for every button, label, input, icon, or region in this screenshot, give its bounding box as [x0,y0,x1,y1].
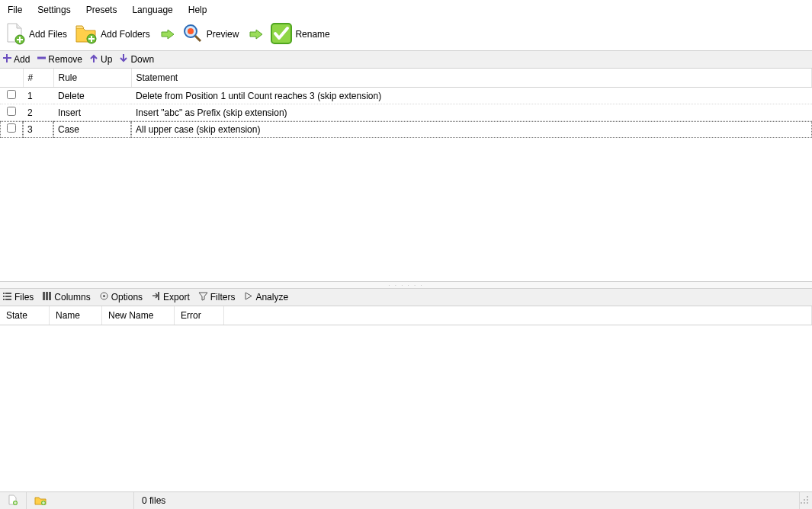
rule-down-label: Down [130,54,154,65]
pane-splitter[interactable]: · · · · · · [0,282,812,289]
rule-number: 1 [23,88,53,104]
analyze-button[interactable]: Analyze [244,292,288,303]
menu-presets[interactable]: Presets [79,3,125,17]
filter-icon [199,292,207,303]
add-files-label: Add Files [29,29,67,40]
rule-add-button[interactable]: Add [3,54,30,65]
analyze-label: Analyze [255,292,288,303]
rule-number: 3 [23,121,53,138]
options-label: Options [111,292,143,303]
rule-up-button[interactable]: Up [90,54,112,65]
rule-up-label: Up [101,54,112,65]
add-files-button[interactable]: Add Files [3,21,72,49]
rule-checkbox[interactable] [7,107,16,116]
rules-col-stmt[interactable]: Statement [131,69,812,88]
files-col-spacer [224,306,812,325]
status-add-file-button[interactable] [0,492,27,509]
columns-label: Columns [54,292,90,303]
plus-icon [3,54,11,65]
files-tab-button[interactable]: Files [3,292,34,303]
preview-button[interactable]: Preview [181,21,244,48]
add-folders-button[interactable]: Add Folders [73,21,155,49]
svg-rect-8 [5,293,11,294]
file-add-small-icon [8,495,18,507]
rule-remove-button[interactable]: Remove [37,54,82,65]
rules-col-rule[interactable]: Rule [53,69,131,88]
files-table[interactable]: State Name New Name Error [0,306,812,325]
main-toolbar: Add Files Add Folders Preview Rename [0,18,812,51]
rule-remove-label: Remove [48,54,82,65]
gear-icon [100,292,108,303]
rule-add-label: Add [14,54,30,65]
svg-rect-13 [49,292,51,300]
rule-statement: Delete from Position 1 until Count reach… [131,88,812,104]
rule-statement: All upper case (skip extension) [131,121,812,138]
list-icon [3,292,11,303]
menu-help[interactable]: Help [181,3,215,17]
svg-point-15 [103,295,105,297]
rename-label: Rename [295,29,329,40]
rule-type: Case [53,121,131,138]
status-add-folder-button[interactable] [27,492,134,509]
rules-col-num[interactable]: # [23,69,53,88]
filters-button[interactable]: Filters [199,292,236,303]
svg-point-21 [804,502,805,504]
columns-button[interactable]: Columns [43,292,90,303]
files-pane: State Name New Name Error [0,306,812,509]
export-label: Export [163,292,190,303]
status-bar: 0 files [0,491,812,509]
table-row[interactable]: 2InsertInsert "abc" as Prefix (skip exte… [0,104,812,121]
export-icon [152,292,160,303]
rule-number: 2 [23,104,53,121]
rules-table[interactable]: # Rule Statement 1DeleteDelete from Posi… [0,69,812,138]
rule-down-button[interactable]: Down [120,54,154,65]
menu-settings[interactable]: Settings [30,3,78,17]
svg-rect-5 [3,293,5,294]
svg-point-22 [807,496,808,498]
files-col-name[interactable]: Name [50,306,102,325]
files-col-newname[interactable]: New Name [102,306,175,325]
options-button[interactable]: Options [100,292,143,303]
rule-type: Delete [53,88,131,104]
rules-toolbar: Add Remove Up Down [0,51,812,69]
rule-checkbox[interactable] [7,90,16,99]
folder-add-small-icon [34,495,47,507]
svg-rect-16 [158,292,159,300]
resize-gripper-icon[interactable] [800,495,812,507]
svg-point-23 [804,499,805,501]
splitter-dots-icon: · · · · · · [388,282,423,289]
rule-checkbox[interactable] [7,123,16,133]
rules-col-checkbox[interactable] [0,69,23,88]
rule-type: Insert [53,104,131,121]
export-button[interactable]: Export [152,292,190,303]
files-col-error[interactable]: Error [175,306,224,325]
filters-label: Filters [210,292,236,303]
table-row[interactable]: 3CaseAll upper case (skip extension) [0,121,812,138]
menu-language[interactable]: Language [124,3,180,17]
folder-add-icon [75,22,98,47]
magnifier-icon [182,23,204,46]
svg-rect-12 [46,292,48,300]
rules-pane: # Rule Statement 1DeleteDelete from Posi… [0,69,812,282]
svg-point-19 [807,502,808,504]
menu-bar: File Settings Presets Language Help [0,0,812,18]
rename-button[interactable]: Rename [269,21,334,48]
svg-rect-6 [3,296,5,297]
add-folders-label: Add Folders [101,29,150,40]
svg-point-24 [801,502,802,504]
minus-icon [37,54,46,65]
svg-rect-10 [5,299,11,300]
status-file-count: 0 files [134,492,800,509]
rule-statement: Insert "abc" as Prefix (skip extension) [131,104,812,121]
file-add-icon [5,22,26,47]
arrow-right-icon [161,29,175,40]
svg-point-20 [807,499,808,501]
files-toolbar: Files Columns Options Export Filters Ana… [0,289,812,306]
svg-rect-11 [43,292,45,300]
arrow-up-icon [90,54,98,65]
menu-file[interactable]: File [3,3,30,17]
svg-point-3 [188,28,194,34]
table-row[interactable]: 1DeleteDelete from Position 1 until Coun… [0,88,812,104]
files-col-state[interactable]: State [0,306,50,325]
play-icon [244,292,252,303]
